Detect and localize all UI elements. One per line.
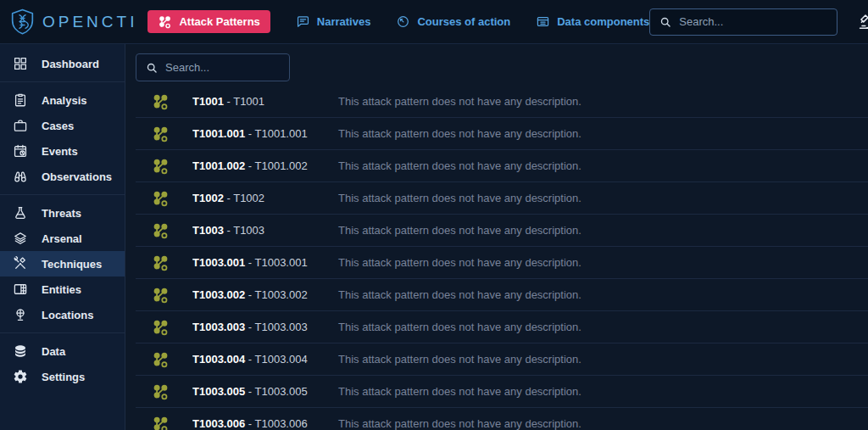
- database-icon: [13, 343, 28, 359]
- attack-pattern-description: This attack pattern does not have any de…: [338, 224, 581, 237]
- attack-patterns-panel: T1001 - T1001 This attack pattern does n…: [125, 44, 868, 430]
- calendar-clock-icon: [13, 143, 28, 159]
- topbar-actions: [856, 13, 868, 31]
- attack-pattern-name: T1003.006: [255, 417, 308, 430]
- sidebar-item-label: Threats: [42, 207, 81, 220]
- nav-chip-attack-patterns[interactable]: Attack Patterns: [147, 10, 270, 33]
- row-t1001-002[interactable]: T1001.002 - T1001.002 This attack patter…: [136, 150, 868, 182]
- attack-pattern-description: This attack pattern does not have any de…: [338, 385, 581, 398]
- nav-chip-label: Narratives: [317, 15, 371, 28]
- lock-pattern-icon: [152, 415, 170, 430]
- sidebar-item-entities[interactable]: Entities: [0, 276, 125, 302]
- attack-pattern-description: This attack pattern does not have any de…: [338, 417, 581, 430]
- row-t1003-005[interactable]: T1003.005 - T1003.005 This attack patter…: [136, 376, 868, 408]
- opencti-shield-logo-icon: [8, 8, 36, 36]
- attack-pattern-name: T1003.002: [255, 288, 308, 301]
- attack-pattern-title: T1003 - T1003: [192, 224, 338, 237]
- lock-pattern-icon: [152, 189, 170, 207]
- attack-pattern-id: T1003.003: [192, 321, 245, 333]
- attack-pattern-id: T1003.006: [192, 417, 245, 430]
- attack-pattern-description: This attack pattern does not have any de…: [338, 256, 581, 269]
- attack-pattern-name: T1001.002: [255, 159, 308, 172]
- message-text-icon: [296, 14, 310, 29]
- row-t1003-004[interactable]: T1003.004 - T1003.004 This attack patter…: [136, 343, 868, 376]
- sidebar-item-techniques[interactable]: Techniques: [0, 251, 125, 276]
- row-t1001[interactable]: T1001 - T1001 This attack pattern does n…: [136, 86, 868, 118]
- sidebar-item-label: Techniques: [42, 258, 102, 271]
- sidebar-item-label: Settings: [42, 371, 85, 383]
- attack-pattern-title: T1003.004 - T1003.004: [192, 353, 338, 366]
- lock-pattern-icon: [152, 92, 170, 110]
- sidebar-item-cases[interactable]: Cases: [0, 113, 125, 138]
- row-t1003[interactable]: T1003 - T1003 This attack pattern does n…: [136, 215, 868, 247]
- sidebar-item-settings[interactable]: Settings: [0, 364, 125, 389]
- attack-pattern-id: T1002: [192, 192, 224, 204]
- id-name-separator: -: [245, 288, 254, 301]
- nav-chip-courses-of-action[interactable]: Courses of action: [396, 14, 510, 29]
- attack-pattern-id: T1003.002: [192, 288, 245, 301]
- microscope-icon[interactable]: [856, 13, 868, 31]
- attack-pattern-name: T1001: [233, 95, 264, 108]
- attack-pattern-title: T1001.002 - T1001.002: [192, 159, 338, 172]
- attack-pattern-name: T1001.001: [255, 127, 308, 140]
- id-name-separator: -: [245, 385, 254, 398]
- attack-pattern-title: T1003.003 - T1003.003: [192, 321, 338, 333]
- sidebar-item-locations[interactable]: Locations: [0, 302, 125, 327]
- attack-pattern-description: This attack pattern does not have any de…: [338, 159, 581, 172]
- attack-pattern-id: T1003.005: [192, 385, 245, 398]
- layers-icon: [13, 231, 28, 246]
- id-name-separator: -: [245, 417, 254, 430]
- nav-chip-narratives[interactable]: Narratives: [296, 14, 371, 29]
- progress-compass-icon: [396, 14, 410, 29]
- opencti-logo[interactable]: OPENCTI: [0, 8, 137, 36]
- briefcase-icon: [13, 118, 28, 133]
- sidebar-item-label: Analysis: [42, 94, 86, 107]
- nav-chip-data-components[interactable]: Data components: [536, 14, 649, 29]
- sidebar-divider: [0, 194, 125, 195]
- sidebar-item-threats[interactable]: Threats: [0, 200, 125, 226]
- attack-pattern-name: T1003.004: [255, 353, 308, 366]
- clipboard-text-icon: [13, 92, 28, 108]
- attack-pattern-id: T1001.002: [192, 159, 245, 172]
- id-name-separator: -: [245, 256, 254, 269]
- attack-pattern-title: T1003.005 - T1003.005: [192, 385, 338, 398]
- attack-pattern-name: T1002: [233, 192, 264, 204]
- sidebar-item-events[interactable]: Events: [0, 138, 125, 164]
- cog-icon: [13, 369, 28, 384]
- row-t1003-003[interactable]: T1003.003 - T1003.003 This attack patter…: [136, 311, 868, 343]
- row-t1003-001[interactable]: T1003.001 - T1003.001 This attack patter…: [136, 247, 868, 279]
- sidebar-item-label: Events: [42, 145, 78, 158]
- sidebar-item-label: Cases: [42, 120, 74, 132]
- attack-pattern-title: T1003.001 - T1003.001: [192, 256, 338, 269]
- nav-chip-label: Attack Patterns: [179, 15, 259, 28]
- attack-pattern-name: T1003.003: [255, 321, 308, 333]
- lock-pattern-icon: [152, 157, 170, 175]
- sidebar-divider: [0, 81, 125, 82]
- sidebar-item-label: Entities: [42, 283, 81, 296]
- sidebar-divider: [0, 332, 125, 333]
- sidebar-item-dashboard[interactable]: Dashboard: [0, 51, 125, 76]
- sidebar-item-data[interactable]: Data: [0, 338, 125, 364]
- attack-pattern-id: T1003.001: [192, 256, 245, 269]
- id-name-separator: -: [245, 159, 254, 172]
- lock-pattern-icon: [152, 221, 170, 239]
- sidebar-item-analysis[interactable]: Analysis: [0, 87, 125, 113]
- row-t1001-001[interactable]: T1001.001 - T1001.001 This attack patter…: [136, 118, 868, 150]
- search-icon: [145, 61, 159, 75]
- lock-pattern-icon: [152, 318, 170, 336]
- sidebar: Dashboard Analysis Cases Events Observat…: [0, 44, 125, 430]
- sidebar-item-arsenal[interactable]: Arsenal: [0, 226, 125, 251]
- globe-stand-icon: [13, 307, 28, 322]
- sidebar-item-observations[interactable]: Observations: [0, 164, 125, 189]
- row-t1003-002[interactable]: T1003.002 - T1003.002 This attack patter…: [136, 279, 868, 311]
- global-search-input[interactable]: [679, 15, 828, 28]
- attack-pattern-title: T1003.006 - T1003.006: [192, 417, 338, 430]
- id-name-separator: -: [245, 127, 254, 140]
- lock-pattern-icon: [152, 254, 170, 271]
- row-t1003-006[interactable]: T1003.006 - T1003.006 This attack patter…: [136, 408, 868, 430]
- entity-grid-icon: [13, 282, 28, 297]
- attack-pattern-description: This attack pattern does not have any de…: [338, 127, 581, 140]
- sidebar-item-label: Observations: [42, 170, 112, 183]
- row-t1002[interactable]: T1002 - T1002 This attack pattern does n…: [136, 182, 868, 215]
- list-search-input[interactable]: [165, 61, 281, 74]
